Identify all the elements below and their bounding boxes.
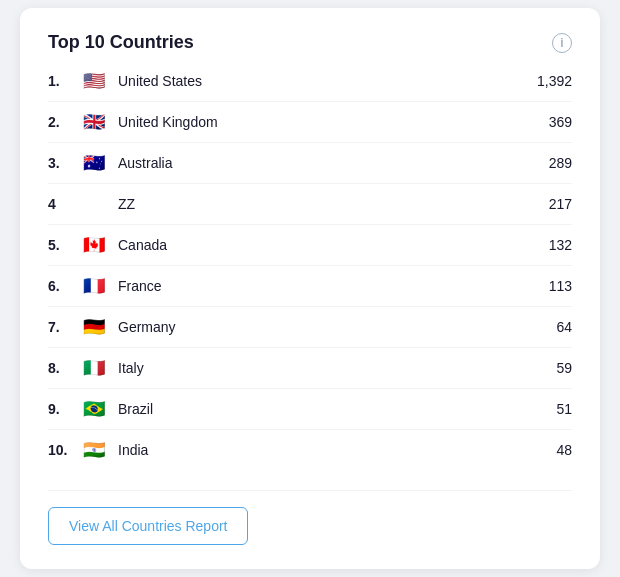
country-flag: 🇮🇹	[80, 358, 108, 378]
country-count: 51	[522, 401, 572, 417]
country-list: 1. 🇺🇸 United States 1,392 2. 🇬🇧 United K…	[48, 61, 572, 470]
country-row: 9. 🇧🇷 Brazil 51	[48, 389, 572, 430]
country-rank: 2.	[48, 114, 80, 130]
country-name: India	[118, 442, 522, 458]
country-count: 48	[522, 442, 572, 458]
country-count: 113	[522, 278, 572, 294]
country-name: United Kingdom	[118, 114, 522, 130]
country-name: Canada	[118, 237, 522, 253]
country-row: 1. 🇺🇸 United States 1,392	[48, 61, 572, 102]
view-all-countries-button[interactable]: View All Countries Report	[48, 507, 248, 545]
top-countries-card: Top 10 Countries i 1. 🇺🇸 United States 1…	[20, 8, 600, 569]
country-name: United States	[118, 73, 522, 89]
country-row: 10. 🇮🇳 India 48	[48, 430, 572, 470]
country-rank: 6.	[48, 278, 80, 294]
country-flag	[80, 194, 108, 214]
country-row: 6. 🇫🇷 France 113	[48, 266, 572, 307]
country-rank: 5.	[48, 237, 80, 253]
country-rank: 3.	[48, 155, 80, 171]
country-name: Italy	[118, 360, 522, 376]
country-flag: 🇫🇷	[80, 276, 108, 296]
country-name: Germany	[118, 319, 522, 335]
country-row: 3. 🇦🇺 Australia 289	[48, 143, 572, 184]
country-flag: 🇧🇷	[80, 399, 108, 419]
card-header: Top 10 Countries i	[48, 32, 572, 53]
country-rank: 4	[48, 196, 80, 212]
country-count: 132	[522, 237, 572, 253]
country-count: 59	[522, 360, 572, 376]
card-footer: View All Countries Report	[48, 490, 572, 545]
info-icon[interactable]: i	[552, 33, 572, 53]
country-flag: 🇬🇧	[80, 112, 108, 132]
country-name: Australia	[118, 155, 522, 171]
country-flag: 🇺🇸	[80, 71, 108, 91]
country-rank: 9.	[48, 401, 80, 417]
country-flag: 🇦🇺	[80, 153, 108, 173]
country-flag: 🇩🇪	[80, 317, 108, 337]
country-count: 369	[522, 114, 572, 130]
country-rank: 7.	[48, 319, 80, 335]
country-row: 2. 🇬🇧 United Kingdom 369	[48, 102, 572, 143]
country-count: 217	[522, 196, 572, 212]
country-row: 4 ZZ 217	[48, 184, 572, 225]
country-row: 7. 🇩🇪 Germany 64	[48, 307, 572, 348]
country-row: 5. 🇨🇦 Canada 132	[48, 225, 572, 266]
country-flag: 🇮🇳	[80, 440, 108, 460]
card-title: Top 10 Countries	[48, 32, 194, 53]
country-count: 64	[522, 319, 572, 335]
country-flag: 🇨🇦	[80, 235, 108, 255]
country-count: 1,392	[522, 73, 572, 89]
country-name: Brazil	[118, 401, 522, 417]
country-name: ZZ	[118, 196, 522, 212]
country-rank: 8.	[48, 360, 80, 376]
country-rank: 1.	[48, 73, 80, 89]
country-name: France	[118, 278, 522, 294]
country-count: 289	[522, 155, 572, 171]
country-rank: 10.	[48, 442, 80, 458]
country-row: 8. 🇮🇹 Italy 59	[48, 348, 572, 389]
